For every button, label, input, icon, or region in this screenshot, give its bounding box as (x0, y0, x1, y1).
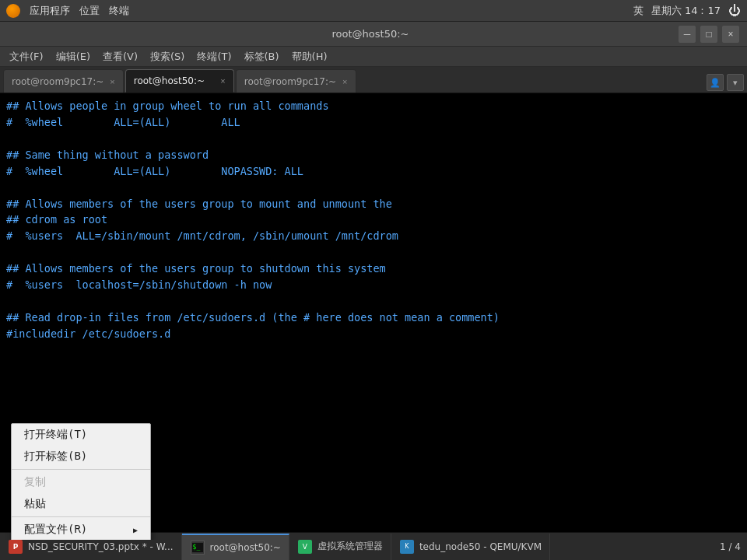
taskbar-kvm-label: tedu_node50 - QEMU/KVM (419, 541, 542, 552)
minimize-button[interactable]: ─ (679, 26, 696, 43)
title-bar: root@host50:~ ─ □ × (0, 22, 747, 47)
system-bar-left: 应用程序 位置 终端 (6, 4, 129, 18)
menu-tabs[interactable]: 标签(B) (238, 48, 286, 65)
taskbar-terminal-label: root@host50:~ (210, 542, 281, 553)
tab-host50[interactable]: root@host50:~ × (125, 69, 234, 93)
system-bar-right: 英 星期六 14：17 ⏻ (633, 3, 741, 18)
tab-close-3[interactable]: × (341, 77, 349, 86)
terminal-text: ## Allows people in group wheel to run a… (6, 98, 741, 342)
power-icon[interactable]: ⏻ (728, 3, 741, 18)
system-bar: 应用程序 位置 终端 英 星期六 14：17 ⏻ (0, 0, 747, 22)
new-tab-button[interactable]: 👤 (707, 74, 724, 91)
taskbar-terminal[interactable]: $_ root@host50:~ (182, 534, 289, 560)
ctx-copy: 复制 (12, 471, 150, 493)
lang-indicator: 英 (633, 4, 644, 18)
kvm-icon: K (399, 539, 415, 555)
menu-file[interactable]: 文件(F) (3, 48, 50, 65)
menu-help[interactable]: 帮助(H) (286, 48, 334, 65)
vmm-icon: V (297, 539, 313, 555)
tabs-dropdown-button[interactable]: ▾ (727, 74, 744, 91)
menu-search[interactable]: 搜索(S) (144, 48, 191, 65)
terminal-content[interactable]: ## Allows people in group wheel to run a… (0, 93, 747, 540)
datetime: 星期六 14：17 (651, 4, 721, 18)
ctx-sep-1 (12, 469, 150, 470)
tabs-actions: 👤 ▾ (707, 74, 744, 93)
ctx-profiles[interactable]: 配置文件(R) ▶ (12, 519, 150, 540)
context-menu: 打开终端(T) 打开标签(B) 复制 粘贴 配置文件(R) ▶ 只读(O) (11, 423, 151, 540)
terminal-icon: $_ (190, 540, 205, 555)
submenu-arrow-icon: ▶ (133, 526, 138, 534)
distro-icon (6, 4, 20, 18)
tab-room9pc17-1[interactable]: root@room9pc17:~ × (3, 69, 124, 93)
tabs-bar: root@room9pc17:~ × root@host50:~ × root@… (0, 67, 747, 93)
menu-bar: 文件(F) 编辑(E) 查看(V) 搜索(S) 终端(T) 标签(B) 帮助(H… (0, 47, 747, 67)
maximize-button[interactable]: □ (700, 26, 717, 43)
ctx-paste[interactable]: 粘贴 (12, 493, 150, 515)
taskbar-vmm-label: 虚拟系统管理器 (317, 540, 383, 553)
taskbar-vmm[interactable]: V 虚拟系统管理器 (289, 534, 391, 560)
ctx-open-terminal[interactable]: 打开终端(T) (12, 424, 150, 446)
tab-close-2[interactable]: × (219, 76, 226, 86)
app-menu[interactable]: 应用程序 (30, 4, 70, 18)
ctx-open-tab[interactable]: 打开标签(B) (12, 446, 150, 467)
taskbar-page-info: 1 / 4 (714, 541, 747, 552)
location-menu[interactable]: 位置 (79, 4, 100, 18)
ctx-sep-2 (12, 516, 150, 517)
ppt-icon: P (8, 539, 23, 555)
tab-close-1[interactable]: × (108, 77, 116, 86)
window-title: root@host50:~ (62, 28, 679, 40)
window-controls: ─ □ × (679, 26, 739, 43)
taskbar-ppt-label: NSD_SECURITY_03.pptx * - W... (28, 541, 174, 552)
menu-terminal[interactable]: 终端(T) (191, 48, 237, 65)
person-icon: 👤 (710, 78, 721, 88)
taskbar-kvm[interactable]: K tedu_node50 - QEMU/KVM (391, 534, 550, 560)
menu-edit[interactable]: 编辑(E) (50, 48, 96, 65)
terminal-window: root@host50:~ ─ □ × 文件(F) 编辑(E) 查看(V) 搜索… (0, 22, 747, 560)
close-button[interactable]: × (722, 26, 739, 43)
terminal-menu[interactable]: 终端 (109, 4, 129, 18)
menu-view[interactable]: 查看(V) (96, 48, 144, 65)
tab-room9pc17-2[interactable]: root@room9pc17:~ × (236, 69, 356, 93)
